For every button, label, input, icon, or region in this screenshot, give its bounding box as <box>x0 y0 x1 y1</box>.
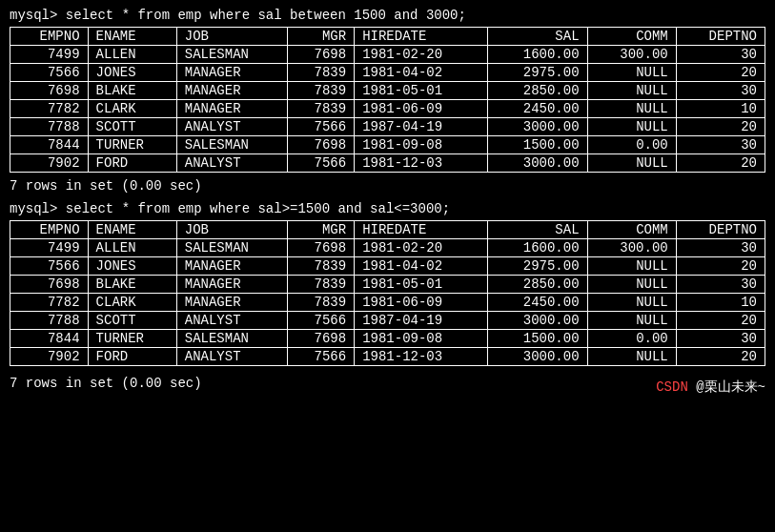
table-cell: 7566 <box>10 64 89 82</box>
table-cell: 7902 <box>10 154 89 173</box>
table-cell: SCOTT <box>88 312 176 330</box>
table-cell: TURNER <box>88 136 176 154</box>
table-cell: SALESMAN <box>176 239 287 257</box>
table-cell: ALLEN <box>88 239 176 257</box>
table-cell: 0.00 <box>587 330 676 348</box>
table-cell: 1981-05-01 <box>355 276 488 294</box>
table-cell: NULL <box>587 64 676 82</box>
prompt-line-2: mysql> select * from emp where sal>=1500… <box>10 201 765 216</box>
author-label: @栗山未来~ <box>696 379 765 395</box>
table-cell: JONES <box>88 257 176 276</box>
table-row: 7698BLAKEMANAGER78391981-05-012850.00NUL… <box>10 276 765 294</box>
table-cell: BLAKE <box>88 276 176 294</box>
table-cell: NULL <box>587 312 676 330</box>
table-cell: CLARK <box>88 100 176 118</box>
sql-1: select * from emp where sal between 1500… <box>57 8 465 23</box>
table-section-2: EMPNO ENAME JOB MGR HIREDATE SAL COMM DE… <box>10 220 765 366</box>
table-row: 7566JONESMANAGER78391981-04-022975.00NUL… <box>10 257 765 276</box>
terminal-window: mysql> select * from emp where sal betwe… <box>10 8 765 399</box>
table-cell: ANALYST <box>176 118 287 136</box>
table-cell: 1981-04-02 <box>355 257 488 276</box>
table-cell: 7698 <box>288 136 355 154</box>
table-row: 7788SCOTTANALYST75661987-04-193000.00NUL… <box>10 312 765 330</box>
table-cell: NULL <box>587 82 676 100</box>
table-cell: 1981-09-08 <box>355 136 488 154</box>
table-row: 7499ALLENSALESMAN76981981-02-201600.0030… <box>10 46 765 64</box>
table-cell: 1981-04-02 <box>355 64 488 82</box>
table-cell: SALESMAN <box>176 46 287 64</box>
col-header-comm-2: COMM <box>587 221 676 239</box>
table-cell: 7839 <box>288 82 355 100</box>
table-cell: 30 <box>676 276 765 294</box>
table-cell: MANAGER <box>176 276 287 294</box>
table-cell: 1981-05-01 <box>355 82 488 100</box>
col-header-ename-2: ENAME <box>88 221 176 239</box>
table-cell: BLAKE <box>88 82 176 100</box>
col-header-deptno-1: DEPTNO <box>676 28 765 46</box>
table-row: 7844TURNERSALESMAN76981981-09-081500.000… <box>10 136 765 154</box>
table-cell: NULL <box>587 348 676 366</box>
table-cell: 7698 <box>288 330 355 348</box>
table-cell: 1981-09-08 <box>355 330 488 348</box>
header-row-2: EMPNO ENAME JOB MGR HIREDATE SAL COMM DE… <box>10 221 765 239</box>
col-header-hiredate-2: HIREDATE <box>355 221 488 239</box>
col-header-mgr-2: MGR <box>288 221 355 239</box>
col-header-ename-1: ENAME <box>88 28 176 46</box>
table-cell: 7902 <box>10 348 89 366</box>
table-cell: MANAGER <box>176 294 287 312</box>
table-cell: NULL <box>587 154 676 173</box>
table-cell: 7566 <box>288 348 355 366</box>
table-row: 7566JONESMANAGER78391981-04-022975.00NUL… <box>10 64 765 82</box>
table-cell: 3000.00 <box>487 118 587 136</box>
table-cell: 7566 <box>288 154 355 173</box>
table-cell: CLARK <box>88 294 176 312</box>
col-header-empno-1: EMPNO <box>10 28 89 46</box>
table-cell: 1981-02-20 <box>355 239 488 257</box>
table-cell: ALLEN <box>88 46 176 64</box>
table-cell: NULL <box>587 276 676 294</box>
table-cell: FORD <box>88 154 176 173</box>
table-cell: 7839 <box>288 276 355 294</box>
table-cell: 7844 <box>10 136 89 154</box>
table-cell: 20 <box>676 348 765 366</box>
table-cell: ANALYST <box>176 154 287 173</box>
table-row: 7902FORDANALYST75661981-12-033000.00NULL… <box>10 348 765 366</box>
table-cell: 7566 <box>10 257 89 276</box>
table-cell: 10 <box>676 294 765 312</box>
col-header-job-1: JOB <box>176 28 287 46</box>
table-cell: 10 <box>676 100 765 118</box>
table-cell: 1600.00 <box>487 46 587 64</box>
table-cell: 2975.00 <box>487 257 587 276</box>
table-cell: 7839 <box>288 64 355 82</box>
table-row: 7782CLARKMANAGER78391981-06-092450.00NUL… <box>10 294 765 312</box>
result-table-2: EMPNO ENAME JOB MGR HIREDATE SAL COMM DE… <box>10 220 765 366</box>
table-cell: 1981-06-09 <box>355 294 488 312</box>
table-cell: 20 <box>676 64 765 82</box>
prompt-1: mysql> <box>10 8 57 23</box>
prompt-2: mysql> <box>10 201 57 216</box>
prompt-line-1: mysql> select * from emp where sal betwe… <box>10 8 765 23</box>
table-cell: 3000.00 <box>487 312 587 330</box>
table-cell: 7839 <box>288 257 355 276</box>
table-cell: 3000.00 <box>487 348 587 366</box>
table-cell: MANAGER <box>176 100 287 118</box>
table-row: 7902FORDANALYST75661981-12-033000.00NULL… <box>10 154 765 173</box>
table-row: 7499ALLENSALESMAN76981981-02-201600.0030… <box>10 239 765 257</box>
table-cell: SALESMAN <box>176 330 287 348</box>
table-cell: 20 <box>676 118 765 136</box>
table-cell: 2850.00 <box>487 82 587 100</box>
table-cell: 0.00 <box>587 136 676 154</box>
table-cell: SALESMAN <box>176 136 287 154</box>
table-cell: 1500.00 <box>487 136 587 154</box>
col-header-job-2: JOB <box>176 221 287 239</box>
table-cell: MANAGER <box>176 257 287 276</box>
sql-2: select * from emp where sal>=1500 and sa… <box>57 201 450 216</box>
table-cell: 30 <box>676 46 765 64</box>
table-cell: 7698 <box>288 239 355 257</box>
table-cell: TURNER <box>88 330 176 348</box>
csdn-label: CSDN <box>656 379 696 395</box>
table-cell: 1981-12-03 <box>355 348 488 366</box>
watermark: CSDN @栗山未来~ <box>656 379 765 396</box>
table-cell: 20 <box>676 257 765 276</box>
col-header-hiredate-1: HIREDATE <box>355 28 488 46</box>
